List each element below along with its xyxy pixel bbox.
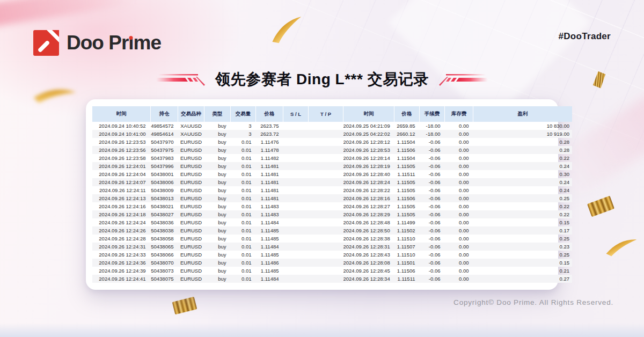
- table-cell: 0.01: [231, 154, 256, 162]
- table-cell: 1.11505: [394, 162, 420, 170]
- column-header: 手续费: [420, 106, 445, 122]
- table-cell: 1.11485: [256, 235, 283, 243]
- table-cell: EURUSD: [178, 186, 204, 194]
- table-cell: 2024.09.26 12:28:45: [343, 267, 394, 275]
- table-cell: 1.11484: [256, 218, 283, 226]
- table-cell: 1.11510: [394, 251, 420, 259]
- table-row: 2024.09.26 12:24:3950438073EURUSDbuy0.01…: [92, 267, 572, 275]
- table-cell: 2024.09.26 12:28:08: [343, 259, 394, 267]
- table-cell: 0.27: [473, 275, 573, 283]
- table-cell: [309, 162, 343, 170]
- table-cell: 2024.09.26 12:24:04: [92, 170, 151, 178]
- table-row: 2024.09.26 12:24:2650438038EURUSDbuy0.01…: [92, 226, 572, 235]
- table-row: 2024.09.26 12:24:3350438066EURUSDbuy0.01…: [92, 251, 572, 259]
- table-cell: EURUSD: [178, 243, 204, 251]
- table-cell: 0.22: [473, 202, 573, 210]
- table-cell: -0.06: [420, 275, 445, 283]
- column-header: 时间: [343, 106, 394, 122]
- table-cell: [283, 210, 309, 218]
- table-cell: -0.06: [420, 194, 445, 202]
- table-cell: -0.06: [420, 202, 445, 210]
- table-cell: buy: [204, 130, 231, 138]
- table-cell: 2024.09.26 12:28:31: [343, 243, 394, 251]
- table-cell: [309, 202, 343, 210]
- table-cell: EURUSD: [178, 162, 204, 170]
- table-cell: -18.00: [420, 122, 445, 130]
- table-cell: buy: [204, 251, 231, 259]
- table-cell: 1.11481: [256, 178, 283, 186]
- table-cell: -0.06: [420, 162, 445, 170]
- table-cell: 2623.75: [256, 122, 283, 130]
- table-cell: 50438070: [151, 259, 178, 267]
- table-cell: 50438058: [151, 235, 178, 243]
- table-cell: [309, 186, 343, 194]
- speed-lines-left-icon: [156, 72, 206, 86]
- table-cell: 2024.09.26 12:24:26: [92, 226, 151, 235]
- table-cell: 0.00: [445, 138, 473, 146]
- table-cell: 50438065: [151, 243, 178, 251]
- table-cell: 0.28: [473, 138, 573, 146]
- table-cell: 0.00: [445, 275, 473, 283]
- table-cell: 0.00: [445, 122, 473, 130]
- table-cell: 1.11478: [256, 146, 283, 154]
- table-cell: 2024.09.26 12:28:40: [343, 170, 394, 178]
- table-cell: -0.06: [420, 170, 445, 178]
- table-row: 2024.09.26 12:24:0150437996EURUSDbuy0.01…: [92, 162, 572, 170]
- table-cell: 2659.85: [394, 122, 420, 130]
- table-row: 2024.09.26 12:23:5350437970EURUSDbuy0.01…: [92, 138, 572, 146]
- table-cell: buy: [204, 267, 231, 275]
- column-header: 时间: [92, 106, 151, 122]
- doo-prime-logo-icon: [33, 30, 59, 56]
- table-row: 2024.09.26 12:23:5650437975EURUSDbuy0.01…: [92, 146, 572, 154]
- table-cell: 49854614: [151, 130, 178, 138]
- table-cell: 0.01: [231, 259, 256, 267]
- table-cell: -0.06: [420, 235, 445, 243]
- table-cell: 0.00: [445, 186, 473, 194]
- table-cell: [309, 178, 343, 186]
- hashtag-dootrader: #DooTrader: [559, 31, 611, 42]
- table-cell: 2024.09.26 12:23:53: [92, 138, 151, 146]
- table-cell: 0.01: [231, 218, 256, 226]
- table-cell: 2024.09.26 12:23:56: [92, 146, 151, 154]
- table-cell: 0.25: [473, 194, 573, 202]
- table-cell: -0.06: [420, 210, 445, 218]
- table-cell: 1.11511: [394, 170, 420, 178]
- table-cell: buy: [204, 210, 231, 218]
- table-cell: [309, 259, 343, 267]
- table-cell: -0.06: [420, 243, 445, 251]
- table-cell: 0.00: [445, 259, 473, 267]
- table-cell: [283, 130, 309, 138]
- table-cell: 1.11484: [256, 243, 283, 251]
- column-header: 价格: [394, 106, 420, 122]
- table-cell: 0.01: [231, 186, 256, 194]
- table-cell: 0.01: [231, 162, 256, 170]
- table-cell: [309, 275, 343, 283]
- table-cell: EURUSD: [178, 226, 204, 235]
- table-cell: 2024.09.26 12:24:11: [92, 186, 151, 194]
- table-cell: 1.11485: [256, 251, 283, 259]
- table-cell: 50438073: [151, 267, 178, 275]
- table-cell: 2024.09.26 12:28:14: [343, 154, 394, 162]
- table-cell: 2024.09.26 12:28:29: [343, 210, 394, 218]
- table-cell: [283, 259, 309, 267]
- table-cell: 0.01: [231, 275, 256, 283]
- table-cell: 0.01: [231, 210, 256, 218]
- table-cell: EURUSD: [178, 235, 204, 243]
- table-cell: 0.22: [473, 210, 573, 218]
- table-cell: 2024.09.26 12:24:41: [92, 275, 151, 283]
- title-row: 领先参赛者 Ding L*** 交易记录: [0, 69, 644, 90]
- table-cell: 0.00: [445, 154, 473, 162]
- table-cell: 2024.09.26 12:28:24: [343, 178, 394, 186]
- table-cell: 50438013: [151, 194, 178, 202]
- background-bottom-band: [0, 323, 644, 337]
- table-cell: 2024.09.26 12:23:58: [92, 154, 151, 162]
- table-cell: 2024.09.26 12:24:01: [92, 162, 151, 170]
- table-cell: 1.11486: [256, 259, 283, 267]
- table-cell: [309, 267, 343, 275]
- table-cell: [283, 170, 309, 178]
- table-cell: [283, 146, 309, 154]
- table-cell: -0.06: [420, 178, 445, 186]
- table-cell: 0.00: [445, 267, 473, 275]
- table-cell: [283, 243, 309, 251]
- table-cell: XAUUSD: [178, 130, 204, 138]
